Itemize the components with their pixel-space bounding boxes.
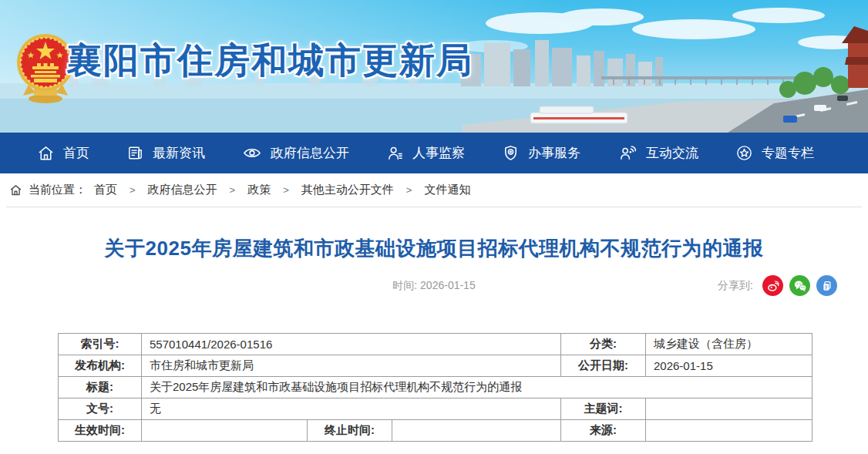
time-label: 时间: bbox=[392, 279, 420, 291]
person-list-icon bbox=[386, 144, 404, 162]
breadcrumb-item-other-public-files[interactable]: 其他主动公开文件 bbox=[301, 183, 394, 197]
people-chat-icon bbox=[617, 144, 638, 162]
publish-date-value: 2026-01-15 bbox=[646, 355, 812, 377]
publish-date-label: 公开日期: bbox=[561, 355, 646, 377]
nav-item-personnel[interactable]: 人事监察 bbox=[386, 144, 465, 162]
doc-number-value: 无 bbox=[142, 399, 561, 420]
copy-link-share-button[interactable] bbox=[816, 275, 837, 296]
nav-label: 人事监察 bbox=[412, 144, 465, 162]
breadcrumb-item-home[interactable]: 首页 bbox=[94, 183, 117, 197]
wechat-share-button[interactable] bbox=[789, 275, 810, 296]
breadcrumb-separator: > bbox=[130, 184, 136, 196]
site-banner: 襄阳市住房和城市更新局 bbox=[0, 0, 868, 133]
main-navigation: 首页 最新资讯 政府信息公开 bbox=[0, 133, 868, 173]
document-info-table: 索引号: 557010441/2026-01516 分类: 城乡建设（含住房） … bbox=[58, 333, 812, 442]
publish-agency-label: 发布机构: bbox=[59, 355, 142, 377]
doc-number-label: 文号: bbox=[59, 399, 142, 420]
nav-label: 互动交流 bbox=[646, 144, 698, 162]
nav-item-gov-info[interactable]: 政府信息公开 bbox=[242, 144, 349, 162]
table-row: 生效时间: 终止时间: 来源: bbox=[59, 420, 812, 442]
nav-label: 首页 bbox=[63, 144, 89, 162]
nav-item-special-columns[interactable]: 专题专栏 bbox=[735, 144, 814, 162]
nav-label: 办事服务 bbox=[528, 144, 580, 162]
breadcrumb-separator: > bbox=[406, 184, 412, 196]
news-icon bbox=[126, 144, 144, 162]
source-label: 来源: bbox=[561, 420, 646, 442]
badge-icon bbox=[502, 144, 520, 162]
effective-date-value bbox=[142, 420, 308, 442]
expiry-date-label: 终止时间: bbox=[308, 420, 392, 442]
table-row: 文号: 无 主题词: bbox=[59, 399, 812, 420]
table-row: 索引号: 557010441/2026-01516 分类: 城乡建设（含住房） bbox=[59, 334, 812, 355]
nav-item-home[interactable]: 首页 bbox=[37, 144, 89, 162]
nav-item-interaction[interactable]: 互动交流 bbox=[617, 144, 698, 162]
table-row: 发布机构: 市住房和城市更新局 公开日期: 2026-01-15 bbox=[59, 355, 812, 377]
effective-date-label: 生效时间: bbox=[59, 420, 142, 442]
breadcrumb-separator: > bbox=[283, 184, 289, 196]
share-toolbar: 分享到: bbox=[718, 275, 837, 296]
page-title: 关于2025年房屋建筑和市政基础设施项目招标代理机构不规范行为的通报 bbox=[31, 235, 837, 262]
doc-title-label: 标题: bbox=[59, 377, 142, 399]
doc-title-value: 关于2025年房屋建筑和市政基础设施项目招标代理机构不规范行为的通报 bbox=[142, 377, 812, 399]
nav-label: 政府信息公开 bbox=[271, 144, 349, 162]
keywords-value bbox=[646, 399, 812, 420]
table-row: 标题: 关于2025年房屋建筑和市政基础设施项目招标代理机构不规范行为的通报 bbox=[59, 377, 812, 399]
source-value bbox=[646, 420, 812, 442]
nav-label: 专题专栏 bbox=[762, 144, 814, 162]
index-number-label: 索引号: bbox=[59, 334, 142, 355]
weibo-share-button[interactable] bbox=[762, 275, 783, 296]
breadcrumb-item-gov-info[interactable]: 政府信息公开 bbox=[148, 183, 217, 197]
category-label: 分类: bbox=[561, 334, 646, 355]
breadcrumb-item-policy[interactable]: 政策 bbox=[247, 183, 271, 197]
share-label: 分享到: bbox=[718, 279, 753, 293]
index-number-value: 557010441/2026-01516 bbox=[142, 334, 561, 355]
nav-label: 最新资讯 bbox=[153, 144, 205, 162]
nav-item-services[interactable]: 办事服务 bbox=[502, 144, 580, 162]
home-icon bbox=[9, 183, 22, 197]
eye-icon bbox=[242, 144, 262, 162]
breadcrumb-item-file-notice[interactable]: 文件通知 bbox=[424, 183, 470, 197]
breadcrumb-separator: > bbox=[230, 184, 236, 196]
site-title: 襄阳市住房和城市更新局 bbox=[66, 37, 473, 85]
time-value: 2026-01-15 bbox=[420, 279, 476, 291]
expiry-date-value bbox=[392, 420, 561, 442]
category-value: 城乡建设（含住房） bbox=[646, 334, 812, 355]
nav-item-news[interactable]: 最新资讯 bbox=[126, 144, 205, 162]
home-icon bbox=[37, 144, 55, 162]
breadcrumb-label: 当前位置： bbox=[29, 183, 86, 197]
article-meta: 时间: 2026-01-15 分享到: bbox=[0, 275, 868, 298]
keywords-label: 主题词: bbox=[561, 399, 646, 420]
publish-agency-value: 市住房和城市更新局 bbox=[142, 355, 561, 377]
breadcrumb: 当前位置： 首页 > 政府信息公开 > 政策 > 其他主动公开文件 > 文件通知 bbox=[6, 173, 862, 207]
star-circle-icon bbox=[735, 144, 753, 162]
